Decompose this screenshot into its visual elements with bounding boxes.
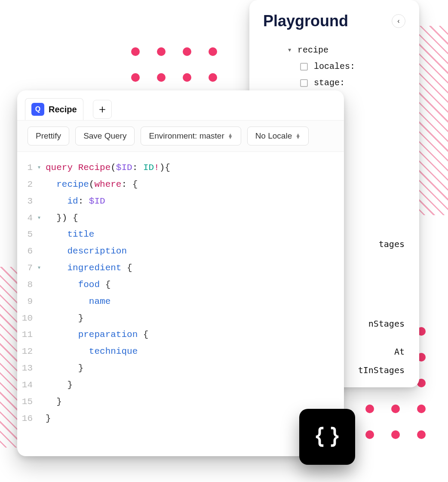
tabs-row: Q Recipe ＋ [17, 90, 344, 120]
tab-recipe[interactable]: Q Recipe [25, 98, 83, 120]
schema-peek-text: tages [379, 239, 405, 249]
tab-label: Recipe [49, 105, 77, 114]
collapse-button[interactable]: ‹ [392, 14, 405, 28]
chevron-left-icon: ‹ [397, 17, 399, 25]
code-editor[interactable]: 1▼ 2 3 4▼ 5 6 7▼ 8 9 10 11 12 13 14 15 1… [17, 152, 344, 456]
code-badge [299, 409, 355, 465]
locale-select[interactable]: No Locale ▲▼ [247, 127, 309, 145]
caret-down-icon: ▼ [288, 46, 294, 56]
checkbox-icon[interactable] [300, 63, 308, 71]
fold-icon[interactable]: ▼ [38, 214, 40, 222]
checkbox-icon[interactable] [300, 79, 308, 87]
tree-item-locales[interactable]: locales: [300, 59, 405, 75]
select-label: Environment: master [149, 131, 224, 141]
fold-icon[interactable]: ▼ [38, 264, 40, 272]
query-badge-icon: Q [31, 103, 44, 116]
tree-item-label: stage: [314, 75, 345, 91]
add-tab-button[interactable]: ＋ [93, 100, 112, 119]
fold-icon[interactable]: ▼ [38, 164, 40, 172]
save-query-button[interactable]: Save Query [75, 127, 135, 145]
button-label: Save Query [83, 131, 126, 141]
tree-root-label: recipe [298, 42, 328, 59]
playground-title: Playground [263, 12, 348, 30]
line-gutter: 1▼ 2 3 4▼ 5 6 7▼ 8 9 10 11 12 13 14 15 1… [17, 160, 41, 448]
sort-icon: ▲▼ [228, 133, 233, 139]
plus-icon: ＋ [97, 102, 108, 117]
schema-peek-text: nStages [368, 318, 405, 329]
toolbar: Prettify Save Query Environment: master … [17, 120, 344, 152]
button-label: Prettify [36, 131, 61, 141]
tree-item-label: locales: [314, 59, 355, 75]
braces-icon [312, 422, 342, 452]
schema-peek-text: tInStages [358, 365, 405, 375]
tree-root-recipe[interactable]: ▼ recipe [288, 42, 405, 59]
schema-peek-text: At [394, 346, 405, 357]
environment-select[interactable]: Environment: master ▲▼ [141, 127, 241, 145]
tree-item-stage[interactable]: stage: [300, 75, 405, 91]
sort-icon: ▲▼ [295, 133, 301, 139]
schema-tree: ▼ recipe locales: stage: [263, 42, 405, 91]
prettify-button[interactable]: Prettify [28, 127, 69, 145]
dots-decoration-top [131, 47, 217, 82]
select-label: No Locale [255, 131, 292, 141]
editor-panel: Q Recipe ＋ Prettify Save Query Environme… [17, 90, 344, 456]
code-content[interactable]: query Recipe($ID: ID!){ recipe(where: { … [41, 160, 344, 448]
